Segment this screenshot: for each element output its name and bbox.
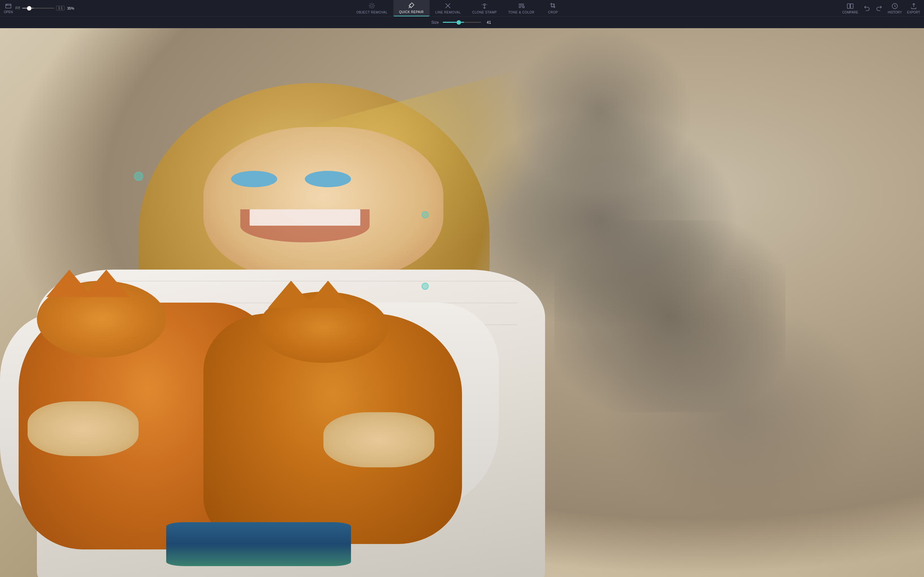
zoom-controls: FIT 1:1: [15, 6, 65, 11]
quick-repair-label: QUICK REPAIR: [399, 10, 424, 14]
open-label: OPEN: [4, 10, 13, 14]
teeth: [250, 210, 360, 226]
eye-left: [231, 171, 277, 187]
zoom-1to1-button[interactable]: 1:1: [56, 6, 65, 11]
open-button[interactable]: OPEN: [4, 3, 13, 14]
size-label: Size: [431, 20, 439, 25]
toolbar-left: OPEN FIT 1:1 35%: [0, 3, 78, 14]
quick-repair-icon: [408, 2, 415, 9]
object-removal-icon: [368, 2, 375, 9]
main-toolbar: OPEN FIT 1:1 35% OBJECT REMOVAL: [0, 0, 462, 17]
tool-quick-repair[interactable]: QUICK REPAIR: [393, 0, 430, 16]
toolbar-center: OBJECT REMOVAL QUICK REPAIR LINE REMO: [78, 0, 462, 16]
zoom-fit-label[interactable]: FIT: [15, 6, 20, 10]
size-slider[interactable]: [443, 22, 462, 23]
canvas-area[interactable]: [0, 28, 462, 288]
line-removal-label: LINE REMOVAL: [435, 11, 461, 14]
tool-object-removal[interactable]: OBJECT REMOVAL: [351, 0, 393, 16]
line-removal-icon: [444, 2, 451, 9]
object-removal-label: OBJECT REMOVAL: [357, 11, 388, 14]
size-bar: Size 41: [0, 17, 462, 28]
girl-face: [204, 127, 444, 280]
tool-line-removal[interactable]: LINE REMOVAL: [430, 0, 462, 16]
svg-point-2: [371, 5, 373, 7]
sweater-line-1: [55, 281, 462, 282]
photo-canvas[interactable]: [0, 28, 462, 288]
zoom-percent: 35%: [67, 6, 74, 10]
zoom-slider[interactable]: [22, 8, 54, 9]
svg-rect-1: [6, 5, 8, 5]
